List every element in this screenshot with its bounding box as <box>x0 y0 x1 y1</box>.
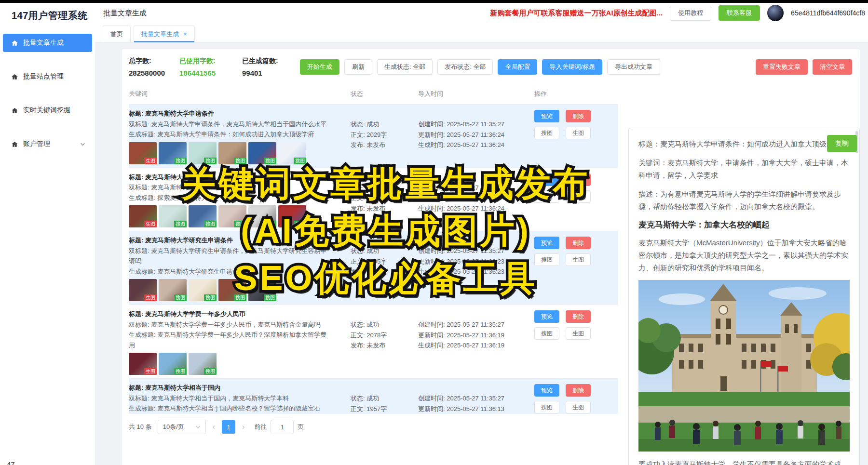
delete-button[interactable]: 删除 <box>566 173 591 186</box>
article-thumbnail[interactable]: 搜图 <box>248 205 276 227</box>
article-thumbnail[interactable]: 搜图 <box>189 279 217 301</box>
reset-failed-button[interactable]: 重置失败文章 <box>756 59 808 75</box>
row-word-count: 正文: 2078字 <box>351 330 418 341</box>
sidebar-item-batch-article[interactable]: 批量文章生成 <box>3 34 92 52</box>
article-thumbnail[interactable]: 搜图 <box>159 142 187 164</box>
article-thumbnail[interactable]: 搜图 <box>218 142 246 164</box>
sidebar-item-keyword-mining[interactable]: 实时关键词挖掘 <box>3 101 92 120</box>
goto-page-suffix: 页 <box>298 423 304 431</box>
article-thumbnail[interactable]: 搜图 <box>189 353 217 375</box>
article-thumbnail[interactable]: 搜图 <box>278 205 306 227</box>
tab-home[interactable]: 首页 <box>103 26 131 42</box>
delete-button[interactable]: 删除 <box>566 237 591 249</box>
search-image-button[interactable]: 搜图 <box>534 327 559 340</box>
generate-image-button[interactable]: 生图 <box>566 327 591 340</box>
contact-support-button[interactable]: 联系客服 <box>719 5 760 21</box>
sidebar: 147用户管理系统 批量文章生成 批量站点管理 实时关键词挖掘 账户管理 <box>0 3 95 465</box>
keyword-cell: 标题: 麦克马斯特大学研究生申请条件双标题: 麦克马斯特大学研究生申请条件，麦克… <box>129 235 351 301</box>
thumbnail-badge: 搜图 <box>234 221 246 227</box>
publish-status-select[interactable]: 发布状态: 全部 <box>437 59 493 75</box>
article-thumbnail[interactable]: 搜图 <box>159 205 187 227</box>
campus-photo <box>638 280 850 452</box>
article-thumbnail[interactable]: 搜图 <box>248 142 276 164</box>
row-generated-time: 生成时间: 2025-05-27 11:36:24 <box>418 140 534 150</box>
article-thumbnail[interactable]: 搜图 <box>159 353 187 375</box>
thumbnail-strip: 生图搜图搜图搜图搜图 <box>129 279 329 301</box>
global-config-button[interactable]: 全局配置 <box>498 59 537 75</box>
sidebar-item-label: 批量站点管理 <box>23 72 64 81</box>
stat-label: 已使用字数: <box>179 57 237 66</box>
generate-image-button[interactable]: 生图 <box>566 127 591 139</box>
page-size-select[interactable]: 10条/页 <box>158 420 206 434</box>
article-thumbnail[interactable]: 搜图 <box>189 205 217 227</box>
stat-value: 186441565 <box>179 69 237 77</box>
user-id: 65e4811dfb644f690f4cf8 <box>791 9 865 17</box>
announcement-text[interactable]: 新购套餐用户可联系客服赠送一万张AI原创生成配图... <box>490 9 663 18</box>
prev-page-button[interactable]: ‹ <box>210 423 218 431</box>
preview-button[interactable]: 预览 <box>534 310 559 323</box>
actions-cell: 预览删除搜图生图 <box>534 108 618 164</box>
refresh-button[interactable]: 刷新 <box>344 59 372 75</box>
home-icon <box>11 40 18 47</box>
sidebar-item-account[interactable]: 账户管理 <box>3 135 92 153</box>
stat-used-words: 已使用字数: 186441565 <box>179 57 237 77</box>
generate-image-button[interactable]: 生图 <box>566 401 591 413</box>
copy-button[interactable]: 复制 <box>827 135 857 152</box>
thumbnail-badge: 搜图 <box>264 158 276 164</box>
preview-button[interactable]: 预览 <box>534 110 559 122</box>
delete-button[interactable]: 删除 <box>566 110 591 122</box>
generate-image-button[interactable]: 生图 <box>566 253 591 266</box>
actions-grid: 预览删除搜图生图 <box>534 310 618 340</box>
tutorial-button[interactable]: 使用教程 <box>670 6 711 21</box>
search-image-button[interactable]: 搜图 <box>534 401 559 413</box>
article-thumbnail[interactable]: 搜图 <box>218 205 246 227</box>
preview-button[interactable]: 预览 <box>534 173 559 186</box>
article-thumbnail[interactable]: 搜图 <box>278 142 306 164</box>
avatar[interactable] <box>767 5 784 21</box>
article-thumbnail[interactable]: 搜图 <box>218 279 246 301</box>
main-card: 总字数: 282580000 已使用字数: 186441565 已生成篇数: 9… <box>122 49 860 465</box>
thumbnail-badge: 搜图 <box>264 294 276 301</box>
table-row: 标题: 麦克马斯特大学相当于国内双标题: 麦克马斯特大学相当于国内，麦克马斯特大… <box>129 379 618 414</box>
export-success-button[interactable]: 导出成功文章 <box>607 59 660 75</box>
article-thumbnail[interactable]: 搜图 <box>159 279 187 301</box>
goto-page-input[interactable] <box>271 420 294 434</box>
goto-label: 前往 <box>254 423 267 431</box>
page-number-current[interactable]: 1 <box>222 420 235 434</box>
tab-label: 首页 <box>110 30 123 39</box>
home-icon <box>11 107 18 114</box>
search-image-button[interactable]: 搜图 <box>534 127 559 139</box>
import-keywords-button[interactable]: 导入关键词/标题 <box>542 59 602 75</box>
search-image-button[interactable]: 搜图 <box>534 253 559 266</box>
table-rows: 标题: 麦克马斯特大学申请条件双标题: 麦克马斯特大学申请条件，麦克马斯特大学相… <box>129 105 618 414</box>
row-status: 状态: 成功 <box>351 119 418 130</box>
column-header-actions: 操作 <box>534 90 618 98</box>
preview-button[interactable]: 预览 <box>534 384 559 397</box>
pagination: 共 10 条 10条/页 ‹ 1 › 前往 页 <box>129 420 618 434</box>
article-thumbnail[interactable]: 生图 <box>129 353 157 375</box>
delete-button[interactable]: 删除 <box>566 310 591 323</box>
sidebar-item-label: 实时关键词挖掘 <box>23 106 70 115</box>
article-thumbnail[interactable]: 搜图 <box>248 279 276 301</box>
tab-batch-article[interactable]: 批量文章生成 × <box>134 26 195 42</box>
start-generate-button[interactable]: 开始生成 <box>300 59 339 75</box>
article-thumbnail[interactable]: 生图 <box>129 205 157 227</box>
article-thumbnail[interactable]: 搜图 <box>189 142 217 164</box>
next-page-button[interactable]: › <box>239 423 247 431</box>
status-cell: 状态: 成功正文: 1957字发布: 未发布 <box>351 383 418 414</box>
delete-button[interactable]: 删除 <box>566 384 591 397</box>
generate-image-button[interactable]: 生图 <box>566 190 591 203</box>
row-updated-time: 更新时间: 2025-05-27 11:36:24 <box>418 130 534 140</box>
time-cell: 创建时间: 2025-05-27 11:35:27更新时间: 2025-05-2… <box>418 108 534 164</box>
row-subtitle: 双标题: 麦克马斯特大学申请条件，麦克马斯特大学相当于国内什么水平 <box>129 119 329 130</box>
preview-button[interactable]: 预览 <box>534 237 559 249</box>
time-cell: 创建时间: 2025-05-27 11:35:27更新时间: 2025-05-2… <box>418 309 534 375</box>
actions-grid: 预览删除搜图生图 <box>534 384 618 413</box>
generate-status-select[interactable]: 生成状态: 全部 <box>377 59 433 75</box>
clear-articles-button[interactable]: 清空文章 <box>813 59 852 75</box>
close-icon[interactable]: × <box>183 30 187 38</box>
search-image-button[interactable]: 搜图 <box>534 190 559 203</box>
article-thumbnail[interactable]: 生图 <box>129 142 157 164</box>
sidebar-item-batch-site[interactable]: 批量站点管理 <box>3 67 92 86</box>
article-thumbnail[interactable]: 生图 <box>129 279 157 301</box>
